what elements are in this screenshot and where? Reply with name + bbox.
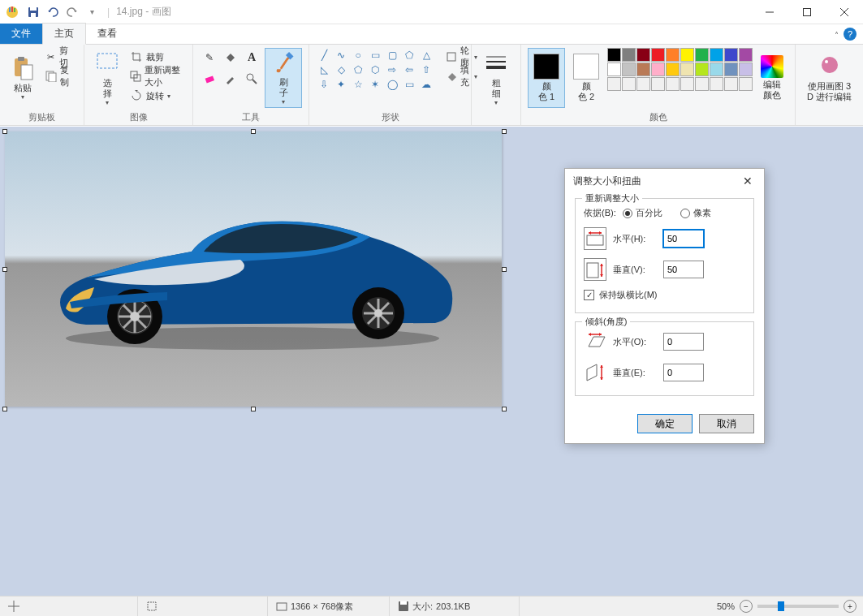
shape-rect[interactable]: ▭ [367, 48, 383, 62]
color-swatch[interactable] [666, 62, 680, 76]
color-swatch[interactable] [724, 62, 738, 76]
shape-line[interactable]: ╱ [316, 48, 332, 62]
color-swatch[interactable] [651, 62, 665, 76]
color-swatch[interactable] [710, 62, 723, 76]
keep-ratio-checkbox[interactable]: ✓保持纵横比(M) [584, 289, 658, 301]
zoom-in-button[interactable]: + [844, 600, 857, 613]
shape-larrow[interactable]: ⇦ [401, 62, 417, 76]
shape-pentagon[interactable]: ⬠ [350, 62, 366, 76]
color1-button[interactable]: 颜 色 1 [528, 48, 565, 108]
dialog-titlebar[interactable]: 调整大小和扭曲 ✕ [565, 169, 764, 193]
shape-diamond[interactable]: ◇ [333, 62, 349, 76]
undo-icon[interactable] [44, 3, 62, 21]
zoom-thumb[interactable] [778, 601, 784, 611]
vertical-input[interactable] [663, 261, 704, 278]
color-swatch[interactable] [651, 48, 665, 62]
tab-file[interactable]: 文件 [0, 24, 42, 44]
shape-4star[interactable]: ✦ [333, 77, 349, 91]
close-button[interactable] [826, 0, 863, 24]
paint3d-button[interactable]: 使用画图 3 D 进行编辑 [802, 48, 857, 108]
color-swatch[interactable] [710, 48, 723, 62]
resize-handle-se[interactable] [502, 407, 507, 411]
shape-darrow[interactable]: ⇩ [316, 77, 332, 91]
shape-polygon[interactable]: ⬠ [401, 48, 417, 62]
text-tool[interactable]: A [242, 48, 261, 67]
color-swatch[interactable] [724, 48, 738, 62]
rotate-button[interactable]: 旋转 ▾ [127, 87, 186, 105]
color-swatch[interactable] [607, 62, 621, 76]
eraser-tool[interactable] [200, 69, 219, 88]
shape-6star[interactable]: ✶ [367, 77, 383, 91]
tab-view[interactable]: 查看 [86, 24, 128, 44]
color-swatch[interactable] [666, 48, 680, 62]
skew-vertical-input[interactable] [663, 364, 704, 381]
color-swatch[interactable] [739, 77, 753, 91]
redo-icon[interactable] [63, 3, 81, 21]
horizontal-input[interactable] [663, 230, 704, 248]
canvas[interactable] [5, 131, 502, 407]
collapse-ribbon-icon[interactable]: ˄ [835, 31, 839, 40]
color-swatch[interactable] [622, 77, 636, 91]
copy-button[interactable]: 复制 [42, 67, 77, 85]
shape-oval[interactable]: ○ [350, 48, 366, 62]
shape-roundrect[interactable]: ▢ [384, 48, 400, 62]
color-swatch[interactable] [739, 62, 753, 76]
color-swatch[interactable] [622, 62, 636, 76]
shape-triangle[interactable]: △ [418, 48, 434, 62]
resize-handle-ne[interactable] [502, 129, 507, 134]
cut-button[interactable]: ✂剪切 [42, 48, 77, 66]
color-swatch[interactable] [636, 48, 650, 62]
maximize-button[interactable] [788, 0, 826, 24]
color2-button[interactable]: 颜 色 2 [568, 48, 604, 108]
color-swatch[interactable] [724, 77, 738, 91]
color-swatch[interactable] [695, 62, 709, 76]
shape-callout-rect[interactable]: ▭ [401, 77, 417, 91]
help-icon[interactable]: ? [844, 28, 857, 41]
qat-customize-icon[interactable]: ▾ [83, 3, 101, 21]
resize-handle-sw[interactable] [2, 407, 7, 411]
resize-handle-nw[interactable] [2, 129, 7, 134]
color-swatch[interactable] [666, 77, 680, 91]
size-button[interactable]: 粗 细▾ [478, 48, 514, 108]
tab-home[interactable]: 主页 [42, 23, 86, 45]
color-swatch[interactable] [651, 77, 665, 91]
shape-rtriangle[interactable]: ◺ [316, 62, 332, 76]
edit-colors-button[interactable]: 编辑 颜色 [756, 48, 788, 108]
color-swatch[interactable] [607, 48, 621, 62]
shapes-gallery[interactable]: ╱ ∿ ○ ▭ ▢ ⬠ △ ◺ ◇ ⬠ ⬡ ⇨ ⇦ ⇧ ⇩ ✦ ☆ ✶ ◯ ▭ [316, 48, 434, 91]
resize-button[interactable]: 重新调整大小 [127, 67, 186, 85]
brush-button[interactable]: 刷 子▾ [265, 48, 302, 108]
pencil-tool[interactable]: ✎ [200, 48, 219, 67]
resize-handle-s[interactable] [251, 407, 256, 411]
minimize-button[interactable] [751, 0, 788, 24]
color-swatch[interactable] [636, 77, 650, 91]
zoom-slider[interactable] [757, 605, 839, 608]
resize-handle-n[interactable] [251, 129, 256, 134]
shape-5star[interactable]: ☆ [350, 77, 366, 91]
color-swatch[interactable] [695, 48, 709, 62]
resize-handle-w[interactable] [2, 267, 7, 272]
dialog-close-button[interactable]: ✕ [740, 173, 756, 189]
ok-button[interactable]: 确定 [637, 414, 693, 433]
shape-uarrow[interactable]: ⇧ [418, 62, 434, 76]
save-icon[interactable] [24, 3, 42, 21]
shape-callout-round[interactable]: ◯ [384, 77, 400, 91]
color-swatch[interactable] [680, 77, 694, 91]
color-swatch[interactable] [680, 62, 694, 76]
shape-callout-cloud[interactable]: ☁ [418, 77, 434, 91]
color-swatch[interactable] [710, 77, 723, 91]
select-button[interactable]: 选 择▾ [91, 48, 123, 108]
crop-button[interactable]: 裁剪 [127, 48, 186, 66]
color-swatch[interactable] [680, 48, 694, 62]
color-swatch[interactable] [607, 77, 621, 91]
cancel-button[interactable]: 取消 [699, 414, 754, 433]
shape-hexagon[interactable]: ⬡ [367, 62, 383, 76]
resize-handle-e[interactable] [502, 267, 507, 272]
color-swatch[interactable] [636, 62, 650, 76]
picker-tool[interactable] [221, 69, 240, 88]
zoom-out-button[interactable]: − [740, 600, 753, 613]
skew-horizontal-input[interactable] [663, 333, 704, 351]
shape-curve[interactable]: ∿ [333, 48, 349, 62]
fill-tool[interactable] [221, 48, 240, 67]
color-swatch[interactable] [622, 48, 636, 62]
